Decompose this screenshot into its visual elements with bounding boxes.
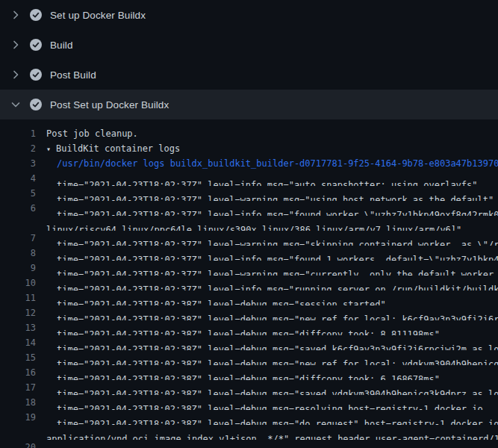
line-number[interactable]: 17 xyxy=(0,380,36,395)
line-number[interactable]: 20 xyxy=(0,440,36,448)
line-text: time="2021-04-23T18:02:38Z" level=debug … xyxy=(57,350,498,365)
log-line-3: 3/usr/bin/docker logs buildx_buildkit_bu… xyxy=(0,156,498,171)
line-number[interactable]: 6 xyxy=(0,201,36,216)
line-text: time="2021-04-23T18:02:37Z" level=warnin… xyxy=(57,186,498,201)
log-line-13: 13time="2021-04-23T18:02:38Z" level=debu… xyxy=(0,320,498,335)
log-line-20: 20time="2021-04-23T18:02:38Z" level=debu… xyxy=(0,440,498,448)
step-header-post-set-up-docker-buildx[interactable]: Post Set up Docker Buildx xyxy=(0,90,498,119)
step-header-build[interactable]: Build xyxy=(0,30,498,60)
log-line-15: 15time="2021-04-23T18:02:38Z" level=debu… xyxy=(0,350,498,365)
line-text: time="2021-04-23T18:02:38Z" level=debug … xyxy=(57,410,498,425)
line-text: Post job cleanup. xyxy=(46,126,138,141)
line-text: /usr/bin/docker logs buildx_buildkit_bui… xyxy=(57,156,498,171)
actions-log-viewer: Set up Docker BuildxBuildPost BuildPost … xyxy=(0,0,498,448)
line-text: time="2021-04-23T18:02:37Z" level=info m… xyxy=(57,276,498,290)
log-line-16: 16time="2021-04-23T18:02:38Z" level=debu… xyxy=(0,365,498,380)
log-line-11: 11time="2021-04-23T18:02:38Z" level=debu… xyxy=(0,290,498,305)
log-line-2: 2▾BuildKit container logs xyxy=(0,141,498,156)
line-text: time="2021-04-23T18:02:38Z" level=debug … xyxy=(57,440,498,448)
line-text: time="2021-04-23T18:02:38Z" level=debug … xyxy=(57,305,498,320)
line-text: time="2021-04-23T18:02:38Z" level=debug … xyxy=(57,380,498,395)
line-number[interactable]: 10 xyxy=(0,276,36,290)
log-line-12: 12time="2021-04-23T18:02:38Z" level=debu… xyxy=(0,305,498,320)
log-line-continuation: application/vnd.oci.image.index.v1+json,… xyxy=(0,425,498,440)
line-text: time="2021-04-23T18:02:37Z" level=info m… xyxy=(57,171,498,186)
log-line-19: 19time="2021-04-23T18:02:38Z" level=debu… xyxy=(0,410,498,425)
line-text: linux/riscv64 linux/ppc64le linux/s390x … xyxy=(46,216,498,231)
chevron-right-icon[interactable] xyxy=(10,69,22,81)
log-line-9: 9time="2021-04-23T18:02:37Z" level=warni… xyxy=(0,261,498,276)
line-text: time="2021-04-23T18:02:37Z" level=warnin… xyxy=(57,231,498,246)
log-line-6: 6time="2021-04-23T18:02:37Z" level=info … xyxy=(0,201,498,216)
line-number[interactable]: 15 xyxy=(0,350,36,365)
line-number[interactable]: 18 xyxy=(0,395,36,410)
check-circle-icon xyxy=(30,9,42,21)
line-text[interactable]: ▾BuildKit container logs xyxy=(46,141,180,156)
log-line-18: 18time="2021-04-23T18:02:38Z" level=debu… xyxy=(0,395,498,410)
line-text: time="2021-04-23T18:02:38Z" level=debug … xyxy=(57,365,498,380)
line-number xyxy=(0,216,36,231)
log-line-14: 14time="2021-04-23T18:02:38Z" level=debu… xyxy=(0,335,498,350)
step-title: Post Set up Docker Buildx xyxy=(50,99,169,111)
log-line-8: 8time="2021-04-23T18:02:37Z" level=info … xyxy=(0,246,498,261)
line-text: time="2021-04-23T18:02:38Z" level=debug … xyxy=(57,395,498,410)
log-line-continuation: linux/riscv64 linux/ppc64le linux/s390x … xyxy=(0,216,498,231)
log-line-1: 1Post job cleanup. xyxy=(0,126,498,141)
line-number[interactable]: 14 xyxy=(0,335,36,350)
chevron-down-icon[interactable] xyxy=(10,99,22,111)
check-circle-icon xyxy=(30,39,42,51)
line-number[interactable]: 19 xyxy=(0,410,36,425)
line-number[interactable]: 12 xyxy=(0,305,36,320)
line-number[interactable]: 9 xyxy=(0,261,36,276)
chevron-right-icon[interactable] xyxy=(10,39,22,51)
line-number[interactable]: 4 xyxy=(0,171,36,186)
line-number[interactable]: 2 xyxy=(0,141,36,156)
steps-list: Set up Docker BuildxBuildPost BuildPost … xyxy=(0,0,498,448)
line-number[interactable]: 11 xyxy=(0,290,36,305)
line-text: application/vnd.oci.image.index.v1+json,… xyxy=(46,425,498,440)
line-number[interactable]: 8 xyxy=(0,246,36,261)
group-title: BuildKit container logs xyxy=(56,143,180,154)
line-text: time="2021-04-23T18:02:38Z" level=debug … xyxy=(57,320,498,335)
log-line-5: 5time="2021-04-23T18:02:37Z" level=warni… xyxy=(0,186,498,201)
step-title: Set up Docker Buildx xyxy=(50,10,146,21)
line-number[interactable]: 3 xyxy=(0,156,36,171)
step-title: Post Build xyxy=(50,69,96,81)
log-panel: 1Post job cleanup.2▾BuildKit container l… xyxy=(0,119,498,448)
log-line-4: 4time="2021-04-23T18:02:37Z" level=info … xyxy=(0,171,498,186)
line-text: time="2021-04-23T18:02:38Z" level=debug … xyxy=(57,290,498,305)
line-text: time="2021-04-23T18:02:38Z" level=debug … xyxy=(57,335,498,350)
line-number[interactable]: 16 xyxy=(0,365,36,380)
line-number[interactable]: 13 xyxy=(0,320,36,335)
group-collapse-triangle-icon[interactable]: ▾ xyxy=(46,145,51,153)
check-circle-icon xyxy=(30,69,42,81)
line-number xyxy=(0,425,36,440)
step-header-post-build[interactable]: Post Build xyxy=(0,60,498,90)
line-text: time="2021-04-23T18:02:37Z" level=warnin… xyxy=(57,261,498,276)
line-number[interactable]: 5 xyxy=(0,186,36,201)
step-header-set-up-docker-buildx[interactable]: Set up Docker Buildx xyxy=(0,0,498,30)
log-line-17: 17time="2021-04-23T18:02:38Z" level=debu… xyxy=(0,380,498,395)
line-number[interactable]: 1 xyxy=(0,126,36,141)
line-number[interactable]: 7 xyxy=(0,231,36,246)
line-text: time="2021-04-23T18:02:37Z" level=info m… xyxy=(57,246,498,261)
line-text: time="2021-04-23T18:02:37Z" level=info m… xyxy=(57,201,498,216)
chevron-right-icon[interactable] xyxy=(10,9,22,21)
log-line-10: 10time="2021-04-23T18:02:37Z" level=info… xyxy=(0,276,498,290)
check-circle-icon xyxy=(30,99,42,111)
step-title: Build xyxy=(50,40,73,51)
log-line-7: 7time="2021-04-23T18:02:37Z" level=warni… xyxy=(0,231,498,246)
